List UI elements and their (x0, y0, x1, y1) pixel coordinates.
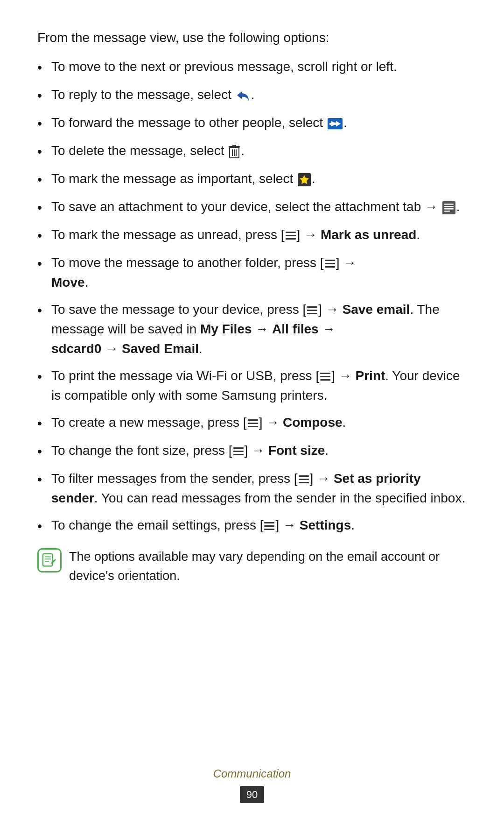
svg-rect-19 (325, 266, 335, 268)
svg-rect-27 (248, 423, 258, 424)
svg-rect-33 (299, 479, 309, 480)
bullet-dot: • (37, 198, 51, 218)
bullet-list: • To move to the next or previous messag… (37, 57, 467, 536)
bullet-dot: • (37, 226, 51, 246)
intro-text: From the message view, use the following… (37, 28, 467, 48)
list-item: • To print the message via Wi-Fi or USB,… (37, 366, 467, 405)
list-item: • To delete the message, select . (37, 141, 467, 162)
footer-page: 90 (240, 786, 264, 803)
svg-rect-30 (233, 451, 244, 452)
list-item: • To reply to the message, select . (37, 85, 467, 106)
bullet-dot: • (37, 86, 51, 106)
svg-rect-32 (299, 475, 309, 477)
forward-icon (328, 118, 343, 129)
menu-icon (299, 475, 309, 484)
svg-rect-17 (325, 260, 335, 261)
bullet-content-8: To move the message to another folder, p… (51, 253, 467, 292)
list-item: • To change the font size, press [] → Fo… (37, 441, 467, 461)
svg-rect-22 (307, 313, 317, 314)
bullet-dot: • (37, 301, 51, 320)
bullet-dot: • (37, 516, 51, 536)
svg-rect-29 (233, 447, 244, 449)
svg-rect-3 (232, 145, 236, 146)
svg-rect-12 (444, 208, 454, 210)
bullet-content-7: To mark the message as unread, press [] … (51, 225, 467, 245)
bullet-content-12: To change the font size, press [] → Font… (51, 441, 467, 460)
bullet-content-5: To mark the message as important, select… (51, 169, 467, 189)
svg-rect-11 (444, 206, 454, 207)
svg-rect-21 (307, 310, 317, 311)
list-item: • To save the message to your device, pr… (37, 300, 467, 359)
star-icon (298, 173, 311, 186)
bullet-dot: • (37, 442, 51, 461)
menu-icon (248, 419, 258, 428)
svg-rect-26 (248, 419, 258, 421)
svg-rect-23 (320, 373, 330, 374)
menu-icon (320, 373, 330, 381)
reply-icon (236, 90, 250, 102)
footer-label: Communication (0, 765, 504, 782)
bullet-dot: • (37, 142, 51, 162)
list-item: • To save an attachment to your device, … (37, 197, 467, 218)
bullet-dot: • (37, 367, 51, 387)
list-item: • To move to the next or previous messag… (37, 57, 467, 78)
menu-icon (286, 232, 296, 240)
svg-rect-14 (286, 232, 296, 233)
svg-rect-25 (320, 379, 330, 381)
svg-rect-36 (264, 525, 274, 527)
menu-icon (264, 522, 274, 530)
svg-rect-35 (264, 522, 274, 523)
bullet-dot: • (37, 254, 51, 274)
menu-icon (233, 447, 244, 456)
bullet-content-4: To delete the message, select . (51, 141, 467, 161)
attachment-tab-icon (442, 201, 455, 214)
bullet-content-1: To move to the next or previous message,… (51, 57, 467, 77)
svg-rect-16 (286, 238, 296, 240)
bullet-dot: • (37, 58, 51, 78)
svg-rect-20 (307, 306, 317, 308)
bullet-content-14: To change the email settings, press [] →… (51, 516, 467, 535)
bullet-content-2: To reply to the message, select . (51, 85, 467, 105)
list-item: • To forward the message to other people… (37, 113, 467, 134)
svg-rect-2 (229, 146, 240, 148)
list-item: • To move the message to another folder,… (37, 253, 467, 292)
svg-rect-13 (444, 211, 450, 212)
svg-rect-38 (43, 554, 53, 566)
svg-rect-9 (442, 201, 455, 214)
bullet-content-10: To print the message via Wi-Fi or USB, p… (51, 366, 467, 405)
note-icon (37, 548, 62, 573)
content-area: From the message view, use the following… (37, 28, 467, 585)
footer: Communication 90 (0, 765, 504, 804)
svg-rect-37 (264, 529, 274, 530)
bullet-dot: • (37, 414, 51, 433)
svg-rect-34 (299, 482, 309, 483)
svg-rect-31 (233, 454, 244, 455)
menu-icon (325, 260, 335, 268)
svg-rect-28 (248, 426, 258, 427)
svg-rect-18 (325, 263, 335, 264)
note-text: The options available may vary depending… (69, 547, 467, 585)
bullet-content-3: To forward the message to other people, … (51, 113, 467, 133)
list-item: • To mark the message as important, sele… (37, 169, 467, 190)
bullet-content-6: To save an attachment to your device, se… (51, 197, 467, 217)
bullet-content-13: To filter messages from the sender, pres… (51, 469, 467, 508)
svg-rect-24 (320, 376, 330, 377)
bullet-dot: • (37, 114, 51, 134)
list-item: • To mark the message as unread, press [… (37, 225, 467, 246)
delete-icon (229, 145, 240, 159)
note-box: The options available may vary depending… (37, 547, 467, 585)
bullet-dot: • (37, 170, 51, 190)
bullet-dot: • (37, 470, 51, 489)
bullet-content-9: To save the message to your device, pres… (51, 300, 467, 359)
bullet-content-11: To create a new message, press [] → Comp… (51, 413, 467, 432)
list-item: • To change the email settings, press []… (37, 516, 467, 536)
svg-rect-10 (444, 204, 454, 205)
svg-rect-15 (286, 235, 296, 236)
list-item: • To filter messages from the sender, pr… (37, 469, 467, 508)
menu-icon (307, 306, 317, 315)
list-item: • To create a new message, press [] → Co… (37, 413, 467, 433)
